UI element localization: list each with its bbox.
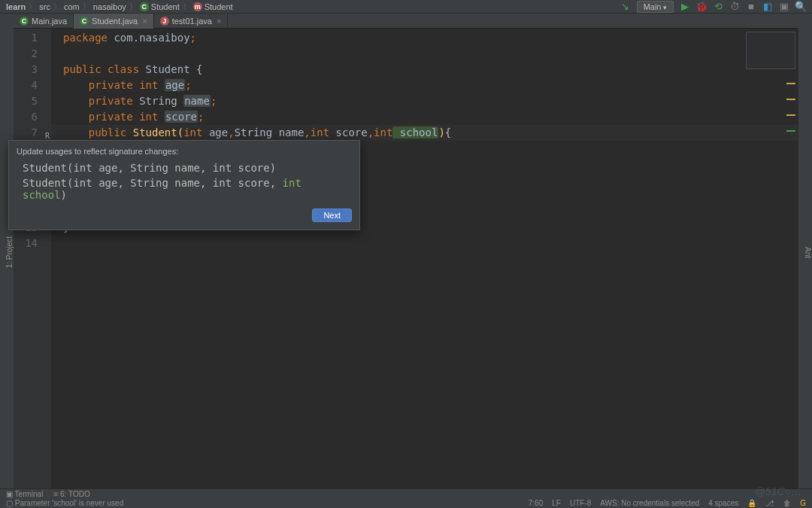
tool-window-icon[interactable]: ▣ — [779, 2, 789, 12]
right-tool-rail: Ant Database Word Book — [798, 14, 812, 488]
signature-change-popup: Update usages to reflect signature chang… — [8, 140, 360, 230]
breadcrumb: learn 〉 src 〉 com 〉 nasaiboy 〉 C Student… — [6, 2, 620, 12]
close-icon[interactable]: × — [217, 17, 221, 26]
git-icon[interactable]: ◧ — [762, 2, 773, 12]
hammer-icon[interactable]: ↘ — [620, 2, 631, 12]
signature-new: Student(int age, String name, int score,… — [17, 177, 352, 201]
line-ending[interactable]: LF — [552, 499, 561, 507]
line-gutter: 1 2 3 4 5 6 7R 13 14 — [14, 29, 51, 488]
code-editor[interactable]: 1 2 3 4 5 6 7R 13 14 package com.nasaibo… — [14, 29, 798, 488]
hint-marker[interactable] — [786, 130, 795, 132]
class-icon: J — [160, 17, 169, 26]
stop-icon[interactable]: ■ — [746, 2, 756, 12]
warning-marker[interactable] — [786, 99, 795, 100]
warning-marker[interactable] — [786, 114, 795, 116]
lock-icon[interactable]: 🔒 — [747, 499, 756, 507]
close-icon[interactable]: × — [142, 17, 147, 26]
popup-title: Update usages to reflect signature chang… — [17, 147, 352, 156]
aws-status[interactable]: AWS: No credentials selected — [600, 499, 699, 507]
todo-tool[interactable]: ≡ 6: TODO — [53, 490, 89, 498]
profiler-icon[interactable]: ⏱ — [729, 2, 740, 12]
minimap[interactable] — [746, 32, 795, 69]
status-bar: ▢ Parameter 'school' is never used 7:60 … — [0, 498, 812, 508]
debug-icon[interactable]: 🐞 — [696, 2, 707, 12]
warning-marker[interactable] — [786, 83, 795, 84]
left-tool-rail: 1: Project 7: Structure 2: Favorites AWS… — [0, 14, 14, 488]
editor-tabs: C Main.java C Student.java × J test01.ja… — [14, 14, 798, 29]
tab-main[interactable]: C Main.java — [14, 14, 74, 29]
tab-student[interactable]: C Student.java × — [74, 14, 154, 29]
tab-test01[interactable]: J test01.java × — [154, 14, 229, 29]
git-icon[interactable]: ⎇ — [765, 499, 774, 507]
coverage-icon[interactable]: ⟲ — [713, 2, 723, 12]
trash-icon[interactable]: 🗑 — [783, 499, 791, 507]
cursor-position[interactable]: 7:60 — [529, 499, 543, 507]
search-icon[interactable]: 🔍 — [795, 2, 806, 12]
class-icon: C — [80, 17, 89, 26]
indent-info[interactable]: 4 spaces — [708, 499, 738, 507]
g-icon[interactable]: G — [800, 499, 806, 507]
ant-tool[interactable]: Ant — [804, 244, 812, 261]
class-icon: C — [140, 2, 149, 11]
class-icon: C — [20, 17, 29, 26]
next-button[interactable]: Next — [312, 208, 352, 222]
file-encoding[interactable]: UTF-8 — [570, 499, 591, 507]
run-config-selector[interactable]: Main — [637, 1, 674, 13]
structure-tool[interactable]: 7: Structure — [0, 230, 1, 275]
signature-old: Student(int age, String name, int score) — [17, 162, 352, 174]
project-tool[interactable]: 1: Project — [5, 233, 14, 271]
terminal-tool[interactable]: ▣ Terminal — [6, 490, 43, 498]
run-icon[interactable]: ▶ — [680, 2, 690, 12]
method-icon: m — [193, 2, 202, 11]
status-message: ▢ Parameter 'school' is never used — [6, 499, 123, 507]
